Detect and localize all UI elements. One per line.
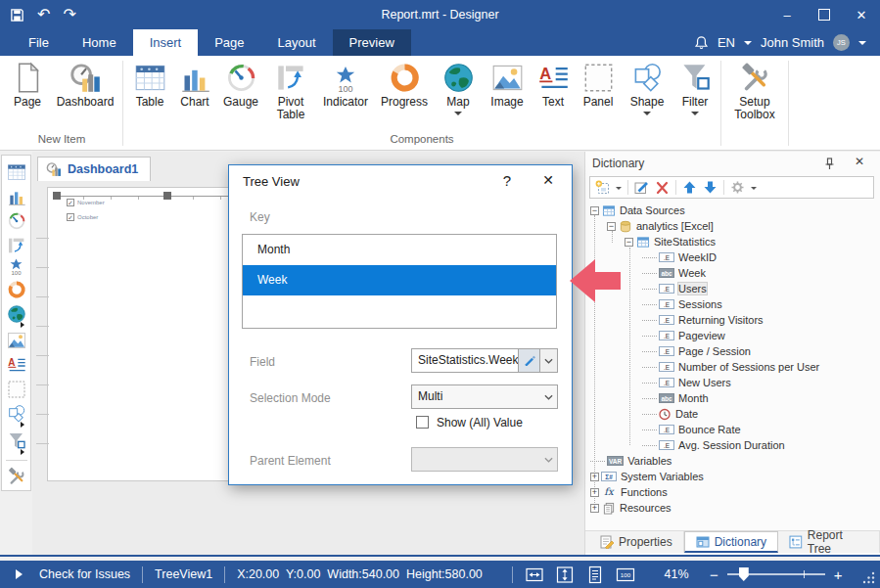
tree-node-users[interactable]: .EUsers bbox=[589, 281, 878, 296]
user-avatar[interactable]: JS bbox=[833, 34, 850, 51]
language-selector[interactable]: EN bbox=[718, 35, 735, 50]
image-tool-icon[interactable] bbox=[7, 331, 26, 350]
tree-node-pageview[interactable]: .EPageview bbox=[589, 328, 878, 343]
fit-page-height-icon[interactable] bbox=[555, 565, 575, 584]
resize-grip-icon[interactable] bbox=[861, 570, 876, 585]
filter-tool-icon[interactable] bbox=[7, 431, 26, 451]
page-button[interactable]: Page bbox=[4, 61, 51, 133]
tree-node-bounce-rate[interactable]: .EBounce Rate bbox=[589, 422, 878, 437]
indicator-tool-icon[interactable]: 100 bbox=[10, 258, 23, 276]
close-button[interactable]: ✕ bbox=[843, 0, 880, 29]
maximize-button[interactable] bbox=[806, 0, 843, 29]
setup-toolbox-button[interactable]: Setup Toolbox bbox=[724, 61, 785, 133]
tree-node-page-session[interactable]: .EPage / Session bbox=[589, 343, 878, 359]
move-up-icon[interactable] bbox=[682, 180, 697, 195]
check-for-issues-button[interactable]: Check for Issues bbox=[39, 567, 130, 581]
tree-node-sessions[interactable]: .ESessions bbox=[589, 296, 878, 312]
tree-node-returning-visitors[interactable]: .EReturning Visitors bbox=[589, 312, 878, 328]
chart-button[interactable]: Chart bbox=[173, 61, 216, 133]
tree-node-new-users[interactable]: .ENew Users bbox=[589, 375, 878, 390]
key-listbox[interactable]: Month Week bbox=[242, 234, 557, 329]
parent-element-chevron[interactable] bbox=[540, 448, 557, 471]
tree-node-functions[interactable]: +fxFunctions bbox=[589, 484, 878, 500]
gauge-button[interactable]: Gauge bbox=[216, 61, 265, 133]
parent-element-dropdown[interactable] bbox=[411, 447, 558, 472]
panel-button[interactable]: Panel bbox=[575, 61, 622, 133]
fit-page-width-icon[interactable] bbox=[525, 565, 544, 584]
tree-node-sitestatistics[interactable]: −SiteStatistics bbox=[589, 234, 878, 249]
tree-node-system-variables[interactable]: +Σ#System Variables bbox=[589, 469, 878, 484]
pin-icon[interactable] bbox=[822, 157, 837, 171]
zoom-out-button[interactable]: − bbox=[701, 566, 727, 583]
collapse-icon[interactable]: − bbox=[590, 206, 599, 215]
map-tool-icon[interactable] bbox=[7, 304, 26, 324]
tab-layout[interactable]: Layout bbox=[261, 29, 333, 56]
text-tool-icon[interactable] bbox=[7, 355, 26, 375]
checkbox-icon[interactable]: ✓ bbox=[67, 213, 74, 221]
help-icon[interactable]: ? bbox=[503, 172, 511, 189]
settings-caret-icon[interactable] bbox=[751, 187, 757, 193]
setup-toolbox-tool-icon[interactable] bbox=[7, 467, 26, 486]
table-tool-icon[interactable] bbox=[7, 162, 26, 182]
panel-close-icon[interactable]: ✕ bbox=[855, 155, 864, 168]
settings-gear-icon[interactable] bbox=[730, 180, 745, 195]
show-all-value-checkbox[interactable] bbox=[416, 416, 429, 429]
selection-mode-chevron[interactable] bbox=[540, 385, 557, 408]
expand-icon[interactable]: + bbox=[590, 473, 599, 481]
chart-tool-icon[interactable] bbox=[7, 187, 26, 206]
zoom-slider[interactable] bbox=[727, 567, 825, 581]
progress-button[interactable]: Progress bbox=[375, 61, 434, 133]
tab-properties[interactable]: Properties bbox=[589, 531, 684, 553]
tree-node-avg-session-duration[interactable]: .EAvg. Session Duration bbox=[589, 437, 878, 453]
panel-tool-icon[interactable] bbox=[7, 380, 26, 399]
language-caret-icon[interactable] bbox=[744, 41, 752, 49]
dialog-close-icon[interactable]: ✕ bbox=[542, 172, 554, 188]
check-issues-play-icon[interactable] bbox=[16, 569, 27, 579]
delete-icon[interactable] bbox=[655, 180, 670, 195]
edit-expression-button[interactable] bbox=[518, 349, 539, 372]
tab-report-tree[interactable]: Report Tree bbox=[778, 531, 880, 553]
user-caret-icon[interactable] bbox=[858, 41, 866, 49]
zoom-slider-thumb[interactable] bbox=[739, 567, 749, 581]
treeview-item-october[interactable]: ✓ October bbox=[67, 213, 98, 221]
field-dropdown-button[interactable] bbox=[539, 349, 557, 372]
pivot-table-button[interactable]: Pivot Table bbox=[265, 61, 316, 133]
tab-preview[interactable]: Preview bbox=[333, 29, 411, 56]
pivot-table-tool-icon[interactable] bbox=[7, 236, 26, 255]
tree-node-analytics[interactable]: −analytics [Excel] bbox=[589, 218, 878, 234]
tree-node-date[interactable]: Date bbox=[589, 406, 878, 422]
shape-tool-icon[interactable] bbox=[7, 404, 26, 424]
new-item-caret-icon[interactable] bbox=[616, 187, 622, 193]
shape-button[interactable]: Shape bbox=[622, 61, 672, 133]
minimize-button[interactable]: – bbox=[768, 0, 806, 29]
selection-mode-dropdown[interactable]: Multi bbox=[411, 384, 558, 409]
indicator-button[interactable]: 100 Indicator bbox=[316, 61, 375, 133]
tree-node-week[interactable]: abcWeek bbox=[589, 265, 878, 281]
tree-node-sessions-per-user[interactable]: .ENumber of Sessions per User bbox=[589, 359, 878, 375]
key-item-month[interactable]: Month bbox=[243, 235, 556, 265]
zoom-100-icon[interactable]: 100 bbox=[616, 565, 635, 584]
text-button[interactable]: Text bbox=[532, 61, 575, 133]
filter-tool-caret-icon[interactable] bbox=[21, 449, 27, 455]
tree-node-weekid[interactable]: .EWeekID bbox=[589, 249, 878, 265]
tree-node-variables[interactable]: VARVariables bbox=[589, 453, 878, 469]
checkbox-icon[interactable]: ✓ bbox=[67, 199, 74, 206]
new-item-icon[interactable] bbox=[595, 180, 610, 195]
progress-tool-icon[interactable] bbox=[7, 280, 26, 299]
tree-node-month[interactable]: abcMonth bbox=[589, 390, 878, 406]
document-tab-dashboard1[interactable]: Dashboard1 bbox=[37, 157, 151, 181]
expand-icon[interactable]: + bbox=[590, 488, 599, 497]
tab-home[interactable]: Home bbox=[66, 29, 133, 56]
map-button[interactable]: Map bbox=[434, 61, 483, 133]
treeview-item-november[interactable]: ✓ November bbox=[67, 199, 105, 206]
collapse-icon[interactable]: − bbox=[625, 238, 633, 247]
table-button[interactable]: Table bbox=[126, 61, 173, 133]
map-tool-caret-icon[interactable] bbox=[21, 322, 27, 328]
tree-node-resources[interactable]: +Resources bbox=[589, 500, 878, 516]
filter-button[interactable]: Filter bbox=[672, 61, 718, 133]
key-item-week-selected[interactable]: Week bbox=[243, 265, 556, 295]
gauge-tool-icon[interactable] bbox=[7, 211, 26, 231]
edit-icon[interactable] bbox=[634, 180, 649, 195]
zoom-in-button[interactable]: + bbox=[825, 566, 852, 583]
collapse-icon[interactable]: − bbox=[607, 222, 616, 231]
